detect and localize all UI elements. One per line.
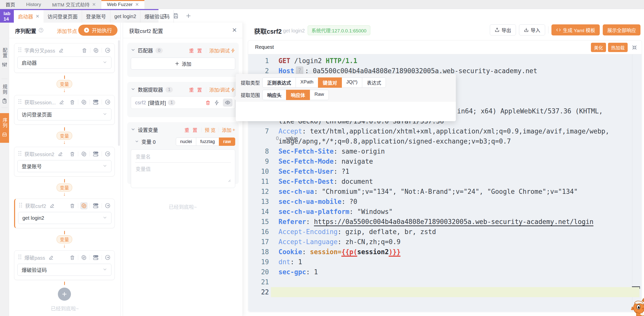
arrow-right-circle-icon[interactable] bbox=[104, 202, 111, 209]
code-segment[interactable]: https://0a5500c004b4a0a4808e71890032005a… bbox=[314, 218, 593, 226]
fuzztag-segment[interactable]: )}} bbox=[389, 248, 400, 257]
chevron-down-icon[interactable] bbox=[131, 48, 135, 53]
debug-lightning-icon[interactable] bbox=[214, 100, 219, 105]
request-line[interactable]: 16Accept-Encoding: gzip, deflate, br, zs… bbox=[248, 227, 641, 237]
matcher-add-debug-button[interactable]: 添加/调试 bbox=[209, 47, 235, 54]
arrow-right-circle-icon[interactable] bbox=[104, 254, 111, 261]
fuzztag-segment[interactable]: session2 bbox=[357, 248, 389, 256]
variable-value-input[interactable] bbox=[135, 163, 231, 183]
window-tab-1[interactable]: 首页 bbox=[0, 0, 21, 9]
help-icon[interactable] bbox=[38, 27, 44, 34]
hot-reload-button[interactable]: 热加载 bbox=[608, 43, 628, 52]
chevron-down-icon[interactable] bbox=[131, 87, 135, 93]
fuzztag-segment[interactable]: {{p( bbox=[341, 248, 357, 257]
drag-handle-icon[interactable] bbox=[18, 47, 22, 54]
variable-badge[interactable]: 变量 bbox=[57, 132, 72, 140]
trash-icon[interactable] bbox=[205, 100, 211, 105]
variable-name-input[interactable] bbox=[135, 153, 231, 163]
request-line[interactable]: 17Accept-Language: zh-CN,zh;q=0.9 bbox=[248, 237, 641, 247]
edit-icon[interactable] bbox=[49, 202, 56, 209]
matcher-reset-button[interactable]: 重 置 bbox=[189, 47, 203, 54]
node-target-select[interactable]: get login2 bbox=[18, 212, 111, 224]
beautify-button[interactable]: 美化 bbox=[591, 43, 606, 52]
request-line[interactable]: image/apng,*/*;q=0.8,application/signed-… bbox=[248, 136, 641, 146]
extract-type-option-3[interactable]: 键值对 bbox=[318, 77, 342, 88]
switch-icon[interactable] bbox=[92, 150, 100, 158]
request-line[interactable]: 11Sec-Fetch-Dest: document bbox=[248, 176, 641, 187]
request-line[interactable]: 18Cookie: session={{p(session2)}} bbox=[248, 247, 641, 257]
extractor-item[interactable]: csrf2 [键值对] 1 bbox=[131, 96, 235, 109]
extract-type-option-5[interactable]: 表达式 bbox=[362, 77, 386, 88]
switch-icon[interactable] bbox=[92, 99, 100, 106]
variable-mode-option-2[interactable]: fuzztag bbox=[196, 138, 219, 146]
arrow-right-circle-icon[interactable] bbox=[104, 150, 111, 158]
fuzzer-tab-4[interactable]: get login2 bbox=[110, 10, 141, 23]
collapse-icon[interactable] bbox=[632, 45, 637, 50]
variables-add-button[interactable]: 添加 + bbox=[222, 126, 235, 133]
matcher-add-button[interactable]: 添加 bbox=[131, 58, 235, 70]
resize-handle-icon[interactable] bbox=[227, 178, 231, 183]
trash-icon[interactable] bbox=[69, 254, 76, 261]
arrow-right-circle-icon[interactable] bbox=[104, 98, 111, 106]
request-line[interactable]: 8Sec-Fetch-Site: same-origin bbox=[248, 146, 641, 156]
drag-handle-icon[interactable] bbox=[18, 254, 22, 261]
request-line[interactable]: 9Sec-Fetch-Mode: navigate bbox=[248, 156, 641, 166]
request-line[interactable]: 13sec-ch-ua-mobile: ?0 bbox=[248, 197, 641, 207]
fuzzer-tab-3[interactable]: 登录账号 bbox=[82, 10, 110, 23]
save-icon[interactable] bbox=[173, 13, 179, 19]
request-line[interactable]: 15Referer: https://0a5500c004b4a0a4808e7… bbox=[248, 217, 641, 227]
request-line[interactable]: 21 bbox=[248, 277, 641, 287]
request-line[interactable]: 7Accept: text/html,application/xhtml+xml… bbox=[248, 126, 641, 136]
chevron-down-icon[interactable] bbox=[135, 139, 139, 145]
drag-handle-icon[interactable] bbox=[18, 151, 22, 157]
node-target-select[interactable]: 访问登录页面 bbox=[17, 108, 111, 120]
run-button[interactable]: 开始执行 bbox=[78, 25, 117, 36]
extract-scope-option-2[interactable]: 响应体 bbox=[286, 90, 310, 100]
variable-mode-option-3[interactable]: raw bbox=[219, 138, 235, 146]
switch-icon[interactable] bbox=[92, 202, 100, 209]
sequence-node-3[interactable]: 获取session2登录账号 bbox=[14, 147, 115, 176]
generate-yaml-button[interactable]: 生成 Yaml 模板 bbox=[551, 24, 600, 35]
extract-type-option-1[interactable]: 正则表达式 bbox=[262, 77, 296, 88]
variable-badge[interactable]: 变量 bbox=[57, 80, 72, 88]
variable-mode-option-1[interactable]: nuclei bbox=[176, 138, 196, 146]
close-tab-icon[interactable]: ✕ bbox=[35, 14, 39, 19]
rail-item-1[interactable]: 配置 bbox=[0, 48, 9, 68]
close-tab-icon[interactable]: ✕ bbox=[92, 2, 96, 7]
close-tab-icon[interactable]: ✕ bbox=[135, 2, 139, 7]
fuzzer-tab-1[interactable]: 启动器✕ bbox=[14, 10, 43, 23]
sequence-node-5[interactable]: 爆破pass爆破验证码 bbox=[14, 250, 115, 280]
drag-handle-icon[interactable] bbox=[19, 202, 23, 209]
rail-item-3[interactable]: 序列 bbox=[0, 113, 9, 143]
chevron-down-icon[interactable] bbox=[131, 127, 135, 133]
eye-icon[interactable] bbox=[223, 99, 232, 107]
sequence-scrollbar[interactable] bbox=[118, 40, 120, 146]
edit-icon[interactable] bbox=[58, 47, 65, 54]
request-line[interactable]: 19dnt: 1 bbox=[248, 257, 641, 267]
extract-scope-option-1[interactable]: 响应头 bbox=[262, 90, 286, 100]
gear-icon[interactable] bbox=[80, 150, 88, 158]
variable-badge[interactable]: 变量 bbox=[57, 235, 72, 243]
close-icon[interactable]: ✕ bbox=[232, 27, 237, 34]
request-line[interactable]: 12sec-ch-ua: "Chromium";v="134", "Not:A-… bbox=[248, 187, 641, 197]
node-target-select[interactable]: 爆破验证码 bbox=[17, 264, 111, 276]
extract-scope-option-3[interactable]: Raw bbox=[310, 90, 329, 100]
window-tab-4[interactable]: Web Fuzzer✕ bbox=[101, 0, 144, 9]
trash-icon[interactable] bbox=[81, 47, 88, 54]
trash-icon[interactable] bbox=[69, 99, 76, 106]
extract-type-option-2[interactable]: XPath bbox=[296, 77, 318, 88]
import-button[interactable]: 导入 bbox=[519, 24, 545, 35]
gear-icon[interactable] bbox=[80, 254, 88, 261]
gear-icon[interactable] bbox=[80, 99, 88, 106]
node-target-select[interactable]: 启动器 bbox=[17, 57, 111, 69]
edit-icon[interactable] bbox=[58, 99, 65, 106]
gear-icon[interactable] bbox=[92, 47, 100, 54]
export-button[interactable]: 导出 bbox=[490, 24, 516, 35]
request-line[interactable]: 1GET /login2 HTTP/1.1 bbox=[248, 56, 641, 66]
request-line[interactable]: 20sec-gpc: 1 bbox=[248, 267, 641, 277]
window-tab-2[interactable]: History bbox=[21, 0, 47, 9]
extract-type-option-4[interactable]: JQ(*) bbox=[342, 77, 362, 88]
request-line[interactable]: 10Sec-Fetch-User: ?1 bbox=[248, 166, 641, 176]
sequence-node-4[interactable]: 获取csrf2get login2 bbox=[14, 199, 115, 228]
variables-preview-button[interactable]: 预 览 bbox=[205, 126, 216, 133]
